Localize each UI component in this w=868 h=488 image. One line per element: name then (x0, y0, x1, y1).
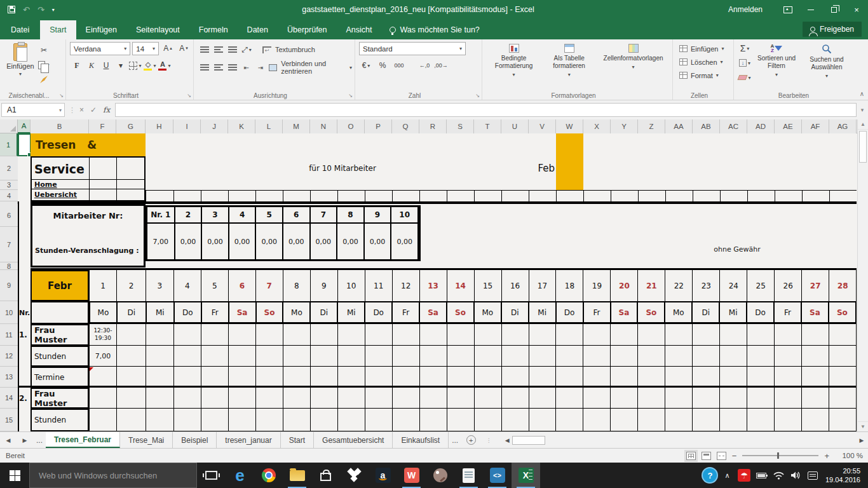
schedule-cell[interactable] (611, 367, 638, 388)
enter-icon[interactable]: ✓ (90, 105, 97, 114)
day-cell-2[interactable]: 2 (117, 270, 146, 301)
schedule-cell[interactable] (611, 409, 638, 431)
cancel-icon[interactable]: × (79, 105, 84, 114)
schedule-cell[interactable] (529, 367, 557, 388)
zoom-in-icon[interactable]: + (824, 451, 829, 461)
cell-yellow-highlight[interactable] (556, 133, 583, 190)
find-select-button[interactable]: Suchen und Auswählen▾ (801, 42, 852, 84)
schedule-cell[interactable] (502, 388, 529, 409)
schedule-cell[interactable] (638, 367, 665, 388)
day-cell-9[interactable]: 9 (311, 270, 338, 301)
schedule-cell[interactable] (529, 324, 557, 346)
weekday-cell[interactable]: Fr (202, 302, 229, 322)
zoom-slider[interactable] (742, 455, 818, 456)
weekday-cell[interactable]: Fr (584, 302, 611, 322)
fill-button[interactable]: ↓▾ (738, 57, 752, 69)
schedule-cell[interactable] (802, 367, 829, 388)
cell-employee-14[interactable]: Frau Muster (31, 388, 89, 409)
schedule-cell[interactable] (529, 388, 557, 409)
schedule-cell[interactable] (174, 388, 201, 409)
schedule-cell[interactable] (393, 409, 420, 431)
day-cell-18[interactable]: 18 (556, 270, 583, 301)
schedule-cell[interactable] (638, 409, 665, 431)
day-cell-12[interactable]: 12 (393, 270, 420, 301)
schedule-cell[interactable] (201, 346, 229, 367)
schedule-cell[interactable] (365, 324, 393, 346)
dialog-launcher-icon[interactable]: ↘ (187, 93, 191, 98)
fill-color-button[interactable]: ◇▾ (143, 59, 157, 72)
staff-nr-header[interactable]: 2 (175, 207, 203, 224)
store-button[interactable] (311, 463, 340, 488)
align-right-icon[interactable] (228, 64, 237, 71)
taskbar-clock[interactable]: 20:55 19.04.2016 (822, 466, 868, 484)
schedule-cell[interactable] (174, 324, 201, 346)
schedule-cell[interactable] (256, 367, 283, 388)
delete-cells-button[interactable]: Löschen▾ (677, 55, 731, 69)
edge-button[interactable]: e (226, 463, 254, 488)
save-icon[interactable] (8, 6, 15, 13)
link-home[interactable]: Home (34, 180, 57, 189)
staff-nr-header[interactable]: 9 (365, 207, 392, 224)
schedule-cell[interactable] (502, 409, 529, 431)
day-cell-23[interactable]: 23 (693, 270, 720, 301)
schedule-cell[interactable] (201, 388, 229, 409)
tab-einfuegen[interactable]: Einfügen (76, 20, 126, 39)
schedule-cell[interactable] (365, 367, 393, 388)
schedule-cell[interactable] (611, 346, 638, 367)
schedule-cell[interactable] (117, 367, 146, 388)
restore-button[interactable] (822, 0, 845, 19)
schedule-cell[interactable] (665, 324, 693, 346)
schedule-cell[interactable] (283, 409, 311, 431)
weekday-cell[interactable]: Sa (802, 302, 829, 322)
schedule-cell[interactable] (447, 409, 475, 431)
redo-icon[interactable]: ↷ (37, 5, 44, 15)
schedule-cell[interactable] (146, 388, 174, 409)
staff-hours-value[interactable]: 0,00 (283, 224, 311, 259)
day-cell-5[interactable]: 5 (201, 270, 229, 301)
schedule-cell[interactable] (146, 324, 174, 346)
schedule-cell[interactable] (283, 324, 311, 346)
cell-shift-f11[interactable]: 12:30- 19:30 (90, 324, 117, 346)
schedule-cell[interactable] (475, 367, 502, 388)
weekday-cell[interactable]: Mi (147, 302, 175, 322)
day-cell-14[interactable]: 14 (447, 270, 475, 301)
scroll-up-icon[interactable]: ▲ (858, 119, 868, 130)
schedule-cell[interactable] (556, 388, 583, 409)
wrap-text-button[interactable]: Textumbruch (262, 43, 315, 56)
day-cell-10[interactable]: 10 (338, 270, 365, 301)
schedule-cell[interactable] (747, 324, 775, 346)
schedule-cell[interactable] (283, 367, 311, 388)
schedule-cell[interactable] (420, 324, 447, 346)
schedule-cell[interactable] (665, 346, 693, 367)
schedule-cell[interactable] (583, 367, 611, 388)
day-cell-17[interactable]: 17 (529, 270, 557, 301)
cell-subtitle[interactable]: für 10 Mitarbeiter (146, 156, 539, 180)
font-color-button[interactable]: A▾ (158, 59, 172, 72)
staff-hours-value[interactable]: 0,00 (311, 224, 338, 259)
align-top-icon[interactable] (200, 46, 209, 53)
schedule-cell[interactable] (747, 388, 775, 409)
clear-button[interactable]: ▾ (738, 71, 752, 84)
weekday-cell[interactable]: Fr (775, 302, 802, 322)
staff-hours-value[interactable]: 0,00 (337, 224, 365, 259)
ribbon-display-options-icon[interactable] (776, 0, 799, 19)
writer-app-button[interactable]: W (397, 463, 426, 488)
tray-expand-icon[interactable]: ∧ (719, 463, 736, 488)
underline-button[interactable]: U (99, 59, 113, 72)
schedule-cell[interactable] (420, 367, 447, 388)
schedule-cell[interactable] (665, 367, 693, 388)
schedule-cell[interactable] (117, 346, 146, 367)
schedule-cell[interactable] (365, 346, 393, 367)
vertical-scrollbar[interactable]: ▲ ▼ (857, 119, 868, 431)
schedule-cell[interactable] (447, 388, 475, 409)
day-cell-3[interactable]: 3 (146, 270, 174, 301)
weekday-cell[interactable]: Mi (720, 302, 747, 322)
weekday-cell[interactable]: Do (747, 302, 775, 322)
schedule-cell[interactable] (447, 346, 475, 367)
weekday-cell[interactable]: Di (311, 302, 338, 322)
increase-indent-icon[interactable]: ⇥ (254, 61, 268, 74)
staff-hours-value[interactable]: 7,00 (147, 224, 175, 259)
wifi-tray-button[interactable] (770, 463, 787, 488)
insert-function-icon[interactable]: fx (103, 105, 110, 114)
staff-hours-value[interactable]: 0,00 (391, 224, 419, 259)
